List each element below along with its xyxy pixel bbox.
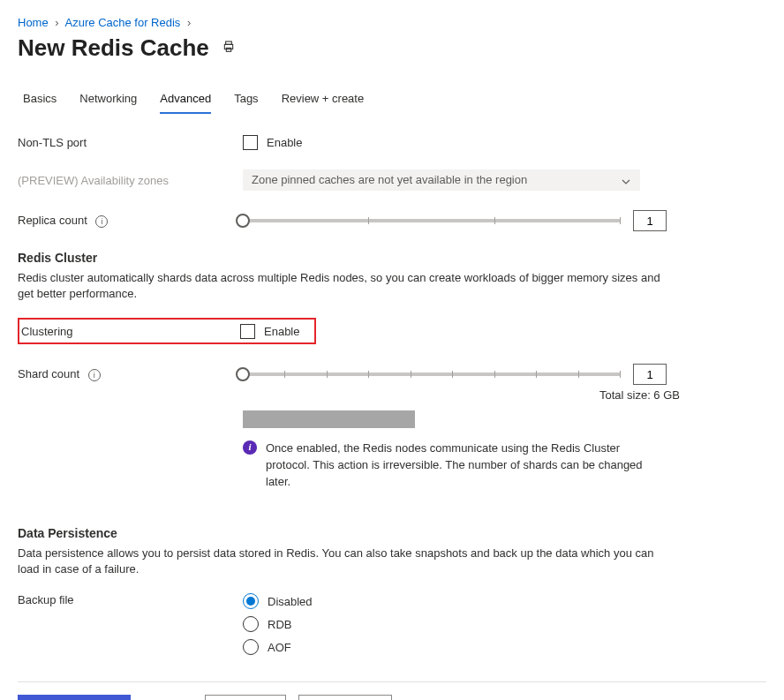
tab-tags[interactable]: Tags: [234, 92, 258, 114]
clustering-highlight: Clustering Enable: [18, 318, 316, 344]
replica-count-slider[interactable]: [243, 219, 621, 222]
backup-radio-disabled[interactable]: Disabled: [243, 593, 313, 609]
chevron-right-icon: ›: [187, 16, 191, 29]
redis-cluster-heading: Redis Cluster: [18, 251, 766, 265]
replica-count-input[interactable]: [633, 210, 667, 231]
breadcrumb-section[interactable]: Azure Cache for Redis: [65, 16, 181, 29]
backup-radio-rdb[interactable]: RDB: [243, 616, 313, 632]
tab-bar: Basics Networking Advanced Tags Review +…: [18, 92, 766, 114]
non-tls-enable-text: Enable: [267, 136, 302, 149]
cluster-note-text: Once enabled, the Redis nodes communicat…: [266, 440, 667, 491]
info-icon[interactable]: i: [88, 369, 101, 381]
backup-radio-disabled-label: Disabled: [268, 595, 313, 608]
svg-rect-2: [226, 48, 230, 51]
chevron-right-icon: ›: [55, 16, 58, 29]
slider-thumb[interactable]: [236, 214, 250, 228]
availability-zones-select[interactable]: Zone pinned caches are not yet available…: [243, 169, 640, 191]
tab-advanced[interactable]: Advanced: [160, 92, 211, 114]
data-persistence-heading: Data Persistence: [18, 526, 766, 540]
non-tls-port-label: Non-TLS port: [18, 136, 243, 149]
shard-count-label: Shard count i: [18, 367, 243, 381]
chevron-down-icon: [621, 173, 631, 194]
info-icon[interactable]: i: [95, 215, 108, 228]
svg-rect-1: [224, 44, 232, 49]
availability-zones-placeholder: Zone pinned caches are not yet available…: [252, 173, 527, 186]
data-persistence-description: Data persistence allows you to persist d…: [18, 546, 671, 577]
footer-bar: Review + create < Previous Next : Tags >: [18, 681, 766, 700]
previous-button[interactable]: < Previous: [205, 695, 286, 700]
slider-thumb[interactable]: [236, 367, 250, 381]
clustering-checkbox[interactable]: [240, 324, 255, 339]
replica-count-label: Replica count i: [18, 214, 243, 228]
redis-cluster-description: Redis cluster automatically shards data …: [18, 270, 671, 302]
tab-review[interactable]: Review + create: [282, 92, 365, 114]
tab-basics[interactable]: Basics: [23, 92, 57, 114]
progress-placeholder: [243, 410, 415, 428]
page-title: New Redis Cache: [18, 34, 209, 62]
breadcrumb: Home › Azure Cache for Redis ›: [18, 16, 766, 29]
shard-count-slider[interactable]: [243, 373, 621, 376]
info-icon: i: [243, 440, 257, 455]
tab-networking[interactable]: Networking: [79, 92, 137, 114]
backup-radio-rdb-label: RDB: [268, 618, 291, 631]
non-tls-port-checkbox[interactable]: [243, 135, 258, 150]
review-create-button[interactable]: Review + create: [18, 695, 131, 700]
total-size-text: Total size: 6 GB: [18, 388, 680, 402]
print-icon[interactable]: [222, 40, 236, 56]
backup-radio-aof-label: AOF: [268, 641, 291, 654]
backup-file-radio-group: Disabled RDB AOF: [243, 593, 313, 655]
next-button[interactable]: Next : Tags >: [298, 695, 392, 700]
backup-file-label: Backup file: [18, 593, 243, 606]
clustering-label: Clustering: [21, 325, 240, 338]
backup-radio-aof[interactable]: AOF: [243, 639, 313, 655]
breadcrumb-home[interactable]: Home: [18, 16, 49, 29]
clustering-enable-text: Enable: [264, 325, 299, 338]
availability-zones-label: (PREVIEW) Availability zones: [18, 174, 243, 187]
shard-count-input[interactable]: [633, 364, 667, 385]
